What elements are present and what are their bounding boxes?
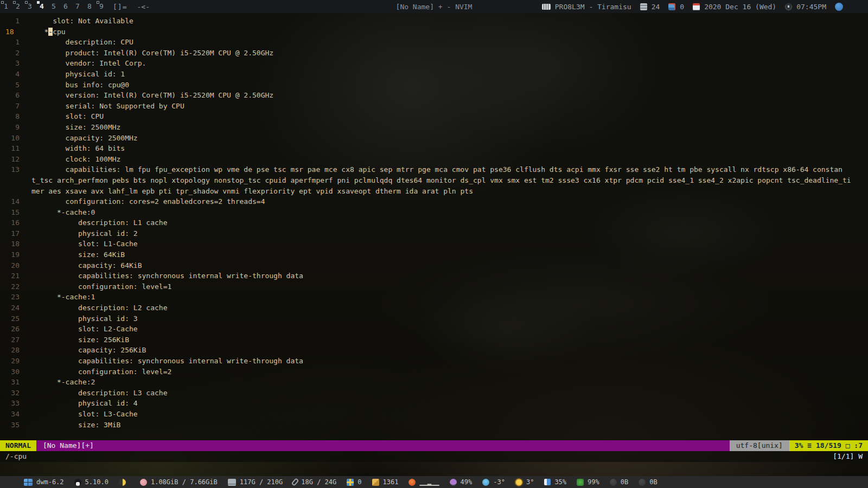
statusbar-module[interactable]: [119, 479, 130, 486]
statusbar-module[interactable]: 1.08GiB / 7.66GiB: [140, 478, 218, 486]
editor-line[interactable]: 2 product: Intel(R) Core(TM) i5-2520M CP…: [0, 48, 868, 59]
umbrella-icon: [450, 479, 457, 486]
editor-line[interactable]: 35 size: 3MiB: [0, 420, 868, 431]
line-number: 10: [0, 133, 20, 144]
status-widget[interactable]: 2020 Dec 16 (Wed): [693, 3, 776, 11]
statusbar-module[interactable]: 35%: [544, 478, 566, 486]
line-number: 35: [0, 420, 20, 431]
workspace-tag[interactable]: 5: [48, 0, 60, 13]
editor-line[interactable]: mer aes xsave avx lahf_lm epb pti tpr_sh…: [0, 186, 868, 197]
focused-window-title: [No Name] + - NVIM: [396, 3, 473, 11]
line-text: physical id: 3: [20, 313, 138, 324]
statusbar-module[interactable]: 0: [347, 478, 361, 486]
workspace-tag[interactable]: 2: [12, 0, 24, 13]
line-number: 20: [0, 260, 20, 271]
layout-symbol[interactable]: []=: [113, 3, 127, 11]
status-widget[interactable]: [835, 3, 847, 11]
workspace-tag[interactable]: 3: [24, 0, 36, 13]
workspace-tag[interactable]: 1: [0, 0, 12, 13]
editor-line[interactable]: 8 slot: CPU: [0, 111, 868, 122]
editor-line[interactable]: 13 capabilities: lm fpu fpu_exception wp…: [0, 164, 868, 175]
line-number: 6: [0, 90, 20, 101]
line-number: 30: [0, 367, 20, 377]
line-number: 21: [0, 271, 20, 281]
editor-line[interactable]: 1 description: CPU: [0, 37, 868, 48]
editor-line[interactable]: 9 size: 2500MHz: [0, 122, 868, 133]
line-text: vendor: Intel Corp.: [20, 58, 146, 69]
line-number: 3: [0, 58, 20, 69]
top-status-widgets: PRO8L3M - Tiramisu 24 0 2020 Dec 16 (Wed…: [542, 3, 868, 11]
statusbar-module[interactable]: 0B: [610, 478, 628, 486]
editor-line[interactable]: 20 capacity: 64KiB: [0, 260, 868, 271]
editor-line[interactable]: t_tsc arch_perfmon pebs bts nopl xtopolo…: [0, 175, 868, 186]
line-text: capabilities: synchronous internal write…: [20, 271, 303, 281]
statusbar-module[interactable]: ▁▁▂▁▁: [409, 478, 439, 486]
editor-line[interactable]: 24 description: L2 cache: [0, 303, 868, 313]
clock-icon: [785, 3, 792, 10]
line-text: slot: Not Available: [20, 16, 133, 27]
editor-line[interactable]: 14 configuration: cores=2 enabledcores=2…: [0, 196, 868, 207]
line-number: 19: [0, 249, 20, 260]
editor-line[interactable]: 28 capacity: 256KiB: [0, 345, 868, 356]
editor-line[interactable]: 30 configuration: level=2: [0, 367, 868, 377]
editor-line[interactable]: 3 vendor: Intel Corp.: [0, 58, 868, 69]
editor-line[interactable]: 27 size: 256KiB: [0, 335, 868, 345]
statusbar-module[interactable]: 18G / 24G: [293, 478, 336, 486]
editor-line[interactable]: 18 slot: L1-Cache: [0, 239, 868, 249]
status-widget[interactable]: PRO8L3M - Tiramisu: [542, 3, 631, 11]
editor-line[interactable]: 17 physical id: 2: [0, 228, 868, 239]
workspace-tag[interactable]: 7: [72, 0, 84, 13]
statusbar-module[interactable]: 0B: [639, 478, 657, 486]
dark-circle-icon2: [639, 479, 646, 486]
workspace-tag[interactable]: 6: [60, 0, 72, 13]
editor-line[interactable]: 19 size: 64KiB: [0, 249, 868, 260]
editor-line[interactable]: 23 *-cache:1: [0, 292, 868, 303]
dark-circle-icon: [610, 479, 617, 486]
editor-line[interactable]: 5 bus info: cpu@0: [0, 80, 868, 91]
block-cursor: -: [48, 28, 53, 36]
editor-line[interactable]: 29 capabilities: synchronous internal wr…: [0, 356, 868, 367]
status-widget[interactable]: 0: [668, 3, 684, 11]
status-widget-label: 0: [680, 3, 684, 11]
statusbar-module[interactable]: 117G / 210G: [228, 478, 283, 486]
editor-line[interactable]: 12 clock: 100MHz: [0, 154, 868, 165]
editor-line[interactable]: 34 slot: L3-Cache: [0, 409, 868, 420]
editor-line[interactable]: 22 configuration: level=1: [0, 281, 868, 292]
dwm-status-bar: dwm-6.2 5.10.0 1.08GiB / 7.66GiB 117G / …: [0, 476, 868, 488]
editor-line[interactable]: 7 serial: Not Supported by CPU: [0, 101, 868, 112]
line-number: 9: [0, 122, 20, 133]
editor-line[interactable]: 31 *-cache:2: [0, 377, 868, 388]
editor-line[interactable]: 21 capabilities: synchronous internal wr…: [0, 271, 868, 281]
editor-line[interactable]: 33 physical id: 4: [0, 398, 868, 409]
vim-mode-indicator: NORMAL: [0, 440, 36, 451]
statusbar-module[interactable]: 1361: [372, 478, 399, 486]
editor-line[interactable]: 1 slot: Not Available: [0, 16, 868, 27]
line-text: slot: CPU: [20, 111, 104, 122]
editor-buffer[interactable]: 1 slot: Not Available 18 *-cpu 1 descrip…: [0, 13, 868, 440]
status-widget[interactable]: 07:45PM: [785, 3, 826, 11]
workspace-tag[interactable]: 4: [36, 0, 48, 13]
line-text: physical id: 1: [20, 69, 125, 80]
editor-line[interactable]: 15 *-cache:0: [0, 207, 868, 218]
workspace-tag[interactable]: 8: [84, 0, 95, 13]
editor-line[interactable]: 26 slot: L2-Cache: [0, 324, 868, 335]
statusbar-module[interactable]: -3°: [482, 478, 505, 486]
editor-line[interactable]: 11 width: 64 bits: [0, 143, 868, 154]
statusbar-module[interactable]: dwm-6.2: [24, 478, 64, 486]
statusbar-module[interactable]: 5.10.0: [74, 478, 108, 486]
tag-client-indicator: [25, 1, 28, 4]
editor-line[interactable]: 32 description: L3 cache: [0, 388, 868, 399]
status-widget[interactable]: 24: [640, 3, 660, 11]
workspace-tag[interactable]: 9: [95, 0, 107, 13]
statusbar-module[interactable]: 49%: [450, 478, 473, 486]
editor-line[interactable]: 4 physical id: 1: [0, 69, 868, 80]
tag-client-indicator: [1, 1, 4, 4]
statusbar-module[interactable]: 99%: [577, 478, 599, 486]
editor-line[interactable]: 18 *-cpu: [0, 27, 868, 37]
statusbar-module[interactable]: 3°: [515, 478, 534, 486]
editor-line[interactable]: 10 capacity: 2500MHz: [0, 133, 868, 144]
editor-line[interactable]: 25 physical id: 3: [0, 313, 868, 324]
editor-line[interactable]: 6 version: Intel(R) Core(TM) i5-2520M CP…: [0, 90, 868, 101]
vim-command-line[interactable]: /-cpu [1/1] W: [0, 451, 868, 462]
editor-line[interactable]: 16 description: L1 cache: [0, 217, 868, 228]
